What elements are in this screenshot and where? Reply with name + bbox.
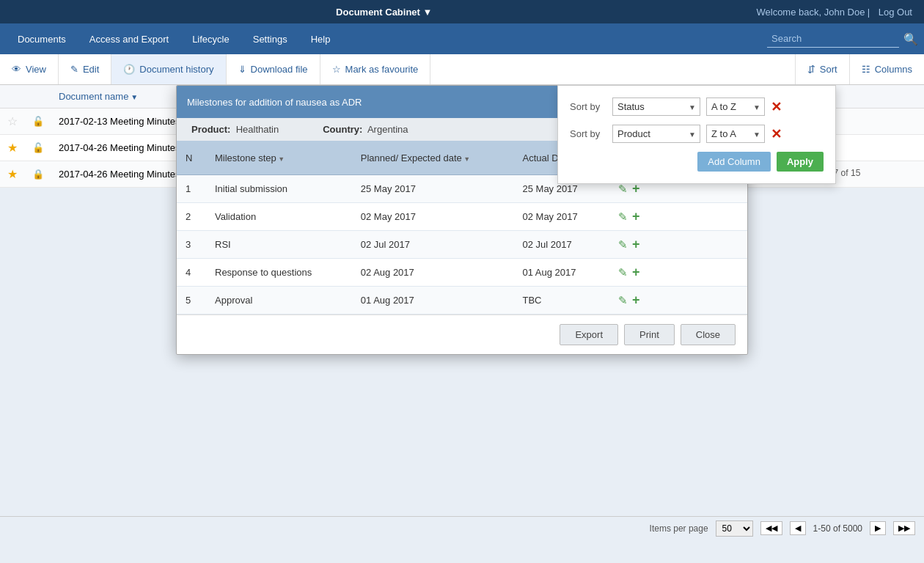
col-star bbox=[0, 85, 25, 108]
edit-row-button[interactable]: ✎ bbox=[618, 183, 628, 196]
country-info: Country: Argentina bbox=[323, 124, 408, 135]
lock-cell: 🔒 bbox=[25, 161, 51, 188]
user-info: Welcome back, John Doe | Log Out bbox=[756, 7, 912, 18]
favourite-label: Mark as favourite bbox=[345, 64, 419, 75]
col-planned-date[interactable]: Planned/ Expected date bbox=[352, 141, 514, 175]
nav-settings[interactable]: Settings bbox=[241, 23, 299, 54]
add-row-button[interactable]: + bbox=[632, 265, 640, 280]
view-button[interactable]: 👁 View bbox=[0, 54, 59, 84]
columns-button[interactable]: ☷ Columns bbox=[849, 54, 924, 84]
n-cell: 3 bbox=[177, 231, 206, 259]
sort-by-label-2: Sort by bbox=[570, 128, 606, 139]
n-cell: 4 bbox=[177, 259, 206, 287]
star-filled-icon: ★ bbox=[7, 141, 18, 154]
actual-cell: TBC bbox=[513, 287, 609, 314]
sort-actions: Add Column Apply bbox=[570, 152, 824, 172]
sort-row-2: Sort by Status Product Document name Ver… bbox=[570, 125, 824, 143]
edit-button[interactable]: ✎ Edit bbox=[59, 54, 111, 84]
doc-history-label: Document history bbox=[139, 64, 213, 75]
step-cell: Response to questions bbox=[206, 259, 352, 287]
nav-lifecycle[interactable]: Lifecycle bbox=[180, 23, 241, 54]
planned-cell: 02 Jul 2017 bbox=[352, 231, 514, 259]
first-page-button[interactable]: ◀◀ bbox=[760, 521, 782, 535]
print-button[interactable]: Print bbox=[624, 324, 675, 345]
sort-remove-2[interactable]: ✕ bbox=[771, 126, 782, 142]
planned-cell: 25 May 2017 bbox=[352, 175, 514, 203]
per-page-select[interactable]: 50 25 100 bbox=[716, 520, 753, 537]
edit-icon: ✎ bbox=[70, 64, 78, 75]
doc-history-button[interactable]: 🕐 Document history bbox=[111, 54, 226, 84]
product-label: Product: bbox=[191, 124, 230, 135]
close-button[interactable]: Close bbox=[681, 324, 736, 345]
col-doc-name-label: Document name bbox=[59, 91, 138, 102]
unlock-icon: 🔓 bbox=[32, 142, 44, 153]
items-per-page-label: Items per page bbox=[650, 523, 708, 534]
add-column-button[interactable]: Add Column bbox=[697, 152, 771, 172]
sort-field-wrap-1: Status Product Document name Version Las… bbox=[612, 97, 700, 116]
sort-dir-select-2[interactable]: A to Z Z to A bbox=[706, 125, 765, 143]
nav-help[interactable]: Help bbox=[299, 23, 342, 54]
last-page-button[interactable]: ▶▶ bbox=[893, 521, 915, 535]
edit-row-button[interactable]: ✎ bbox=[618, 266, 628, 279]
next-page-button[interactable]: ▶ bbox=[870, 521, 886, 535]
unlock-icon: 🔓 bbox=[32, 116, 44, 127]
planned-cell: 02 Aug 2017 bbox=[352, 259, 514, 287]
search-input[interactable] bbox=[767, 30, 899, 48]
sort-field-select-2[interactable]: Status Product Document name Version Las… bbox=[612, 125, 700, 143]
export-button[interactable]: Export bbox=[560, 324, 618, 345]
pagination-bar: Items per page 50 25 100 ◀◀ ◀ 1-50 of 50… bbox=[0, 516, 924, 540]
sort-by-label-1: Sort by bbox=[570, 101, 606, 112]
list-item: 3 RSI 02 Jul 2017 02 Jul 2017 ✎ + bbox=[177, 231, 747, 259]
lock-icon: 🔒 bbox=[32, 169, 44, 180]
star-cell[interactable]: ★ bbox=[0, 135, 25, 161]
step-cell: Initial submission bbox=[206, 175, 352, 203]
page-info: 7 of 15 bbox=[834, 168, 861, 178]
prev-page-button[interactable]: ◀ bbox=[790, 521, 806, 535]
star-empty-icon: ☆ bbox=[7, 115, 18, 128]
country-label: Country: bbox=[323, 124, 362, 135]
step-cell: Approval bbox=[206, 287, 352, 314]
lock-cell: 🔓 bbox=[25, 108, 51, 135]
search-area: 🔍 bbox=[767, 30, 918, 48]
favourite-button[interactable]: ☆ Mark as favourite bbox=[320, 54, 431, 84]
cabinet-title[interactable]: Document Cabinet ▼ bbox=[336, 7, 432, 18]
add-row-button[interactable]: + bbox=[632, 292, 640, 308]
col-milestone-step[interactable]: Milestone step bbox=[206, 141, 352, 175]
planned-cell: 02 May 2017 bbox=[352, 203, 514, 231]
star-cell[interactable]: ★ bbox=[0, 161, 25, 188]
actual-cell: 01 Aug 2017 bbox=[513, 259, 609, 287]
actions-cell: ✎ + bbox=[609, 287, 747, 314]
list-item: 2 Validation 02 May 2017 02 May 2017 ✎ + bbox=[177, 203, 747, 231]
top-bar: Document Cabinet ▼ Welcome back, John Do… bbox=[0, 0, 924, 23]
country-value: Argentina bbox=[367, 124, 408, 135]
edit-row-button[interactable]: ✎ bbox=[618, 238, 628, 251]
sort-dir-select-1[interactable]: A to Z Z to A bbox=[706, 97, 765, 116]
col-milestone-step-label: Milestone step bbox=[215, 152, 285, 163]
star-cell[interactable]: ☆ bbox=[0, 108, 25, 135]
sort-label: Sort bbox=[820, 64, 837, 75]
edit-row-button[interactable]: ✎ bbox=[618, 210, 628, 224]
edit-label: Edit bbox=[83, 64, 99, 75]
nav-documents[interactable]: Documents bbox=[6, 23, 78, 54]
actual-cell: 02 Jul 2017 bbox=[513, 231, 609, 259]
sort-button[interactable]: ⇵ Sort bbox=[795, 54, 849, 84]
download-button[interactable]: ⇓ Download file bbox=[227, 54, 320, 84]
n-cell: 2 bbox=[177, 203, 206, 231]
actions-cell: ✎ + bbox=[609, 231, 747, 259]
view-label: View bbox=[26, 64, 46, 75]
add-row-button[interactable]: + bbox=[632, 237, 640, 252]
logout-link[interactable]: Log Out bbox=[879, 7, 912, 18]
col-n: N bbox=[177, 141, 206, 175]
sort-popup: Sort by Status Product Document name Ver… bbox=[557, 85, 836, 184]
star-filled-icon: ★ bbox=[7, 168, 18, 180]
apply-sort-button[interactable]: Apply bbox=[777, 152, 824, 172]
sort-remove-1[interactable]: ✕ bbox=[771, 99, 782, 115]
n-cell: 5 bbox=[177, 287, 206, 314]
edit-row-button[interactable]: ✎ bbox=[618, 294, 628, 307]
nav-access-export[interactable]: Access and Export bbox=[78, 23, 180, 54]
search-button[interactable]: 🔍 bbox=[903, 32, 918, 46]
sort-field-select-1[interactable]: Status Product Document name Version Las… bbox=[612, 97, 700, 116]
download-label: Download file bbox=[251, 64, 308, 75]
actual-cell: 02 May 2017 bbox=[513, 203, 609, 231]
add-row-button[interactable]: + bbox=[632, 209, 640, 224]
